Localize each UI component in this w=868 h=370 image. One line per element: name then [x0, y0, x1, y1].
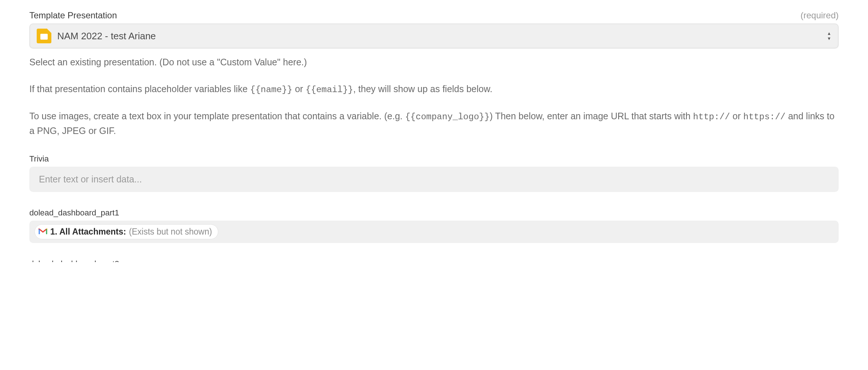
template-presentation-header: Template Presentation (required) — [29, 10, 839, 21]
dashboard-part1-field: dolead_dashboard_part1 1. All Attachment… — [29, 208, 839, 243]
pill-note: (Exists but not shown) — [129, 227, 212, 237]
dropdown-sort-icon: ▲▼ — [827, 31, 831, 41]
dashboard-part1-input[interactable]: 1. All Attachments: (Exists but not show… — [29, 221, 839, 243]
required-indicator: (required) — [800, 10, 839, 21]
attachment-pill[interactable]: 1. All Attachments: (Exists but not show… — [34, 224, 218, 239]
dropdown-selected-value: NAM 2022 - test Ariane — [57, 30, 827, 42]
help-line-2: If that presentation contains placeholde… — [29, 82, 839, 97]
placeholder-var-logo: {{company_logo}} — [405, 112, 489, 122]
dashboard-part1-label: dolead_dashboard_part1 — [29, 208, 839, 218]
placeholder-var-name: {{name}} — [250, 85, 292, 95]
trivia-input[interactable] — [29, 167, 839, 192]
pill-title: 1. All Attachments: — [50, 227, 126, 237]
dashboard-part2-field: dolead_dashboard_part2 — [29, 259, 839, 262]
placeholder-var-email: {{email}} — [306, 85, 353, 95]
trivia-label: Trivia — [29, 154, 839, 164]
template-presentation-dropdown[interactable]: NAM 2022 - test Ariane ▲▼ — [29, 23, 839, 48]
https-scheme: https:// — [743, 112, 785, 122]
template-presentation-label: Template Presentation — [29, 10, 117, 21]
template-presentation-help: Select an existing presentation. (Do not… — [29, 55, 839, 138]
trivia-field: Trivia — [29, 154, 839, 192]
http-scheme: http:// — [693, 112, 730, 122]
dashboard-part2-label: dolead_dashboard_part2 — [29, 259, 839, 262]
gmail-icon — [39, 228, 47, 235]
google-slides-icon — [37, 29, 51, 43]
help-line-1: Select an existing presentation. (Do not… — [29, 55, 839, 69]
help-line-3: To use images, create a text box in your… — [29, 109, 839, 138]
